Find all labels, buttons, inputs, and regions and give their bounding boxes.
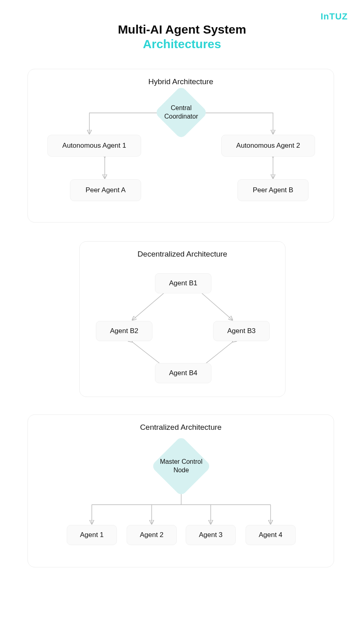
master-control-node: Master Control Node: [160, 445, 203, 488]
agent-3-label: Agent 3: [199, 531, 223, 539]
centralized-title: Centralized Architecture: [28, 423, 334, 432]
autonomous-agent-2-label: Autonomous Agent 2: [236, 141, 300, 150]
svg-line-3: [200, 292, 233, 320]
agent-4-label: Agent 4: [259, 531, 283, 539]
central-coordinator-label: Central Coordinator: [162, 104, 200, 121]
title-line1: Multi-AI Agent System: [0, 23, 364, 36]
agent-b4-label: Agent B4: [169, 369, 197, 378]
agent-2-label: Agent 2: [140, 531, 164, 539]
agent-b1-node: Agent B1: [155, 273, 212, 293]
autonomous-agent-2-node: Autonomous Agent 2: [221, 135, 315, 157]
agent-b3-label: Agent B3: [227, 327, 256, 335]
agent-1-node: Agent 1: [67, 525, 117, 545]
agent-3-node: Agent 3: [186, 525, 236, 545]
central-coordinator-node: Central Coordinator: [162, 93, 200, 132]
agent-2-node: Agent 2: [127, 525, 177, 545]
decentralized-panel: Decentralized Architecture Agent B1 Agen…: [79, 241, 286, 397]
decentralized-title: Decentralized Architecture: [80, 250, 285, 259]
hybrid-title: Hybrid Architecture: [28, 77, 334, 86]
brand-logo: InTUZ: [321, 11, 348, 22]
page-title: Multi-AI Agent System Architectures: [0, 0, 364, 51]
master-control-label: Master Control Node: [160, 458, 203, 475]
autonomous-agent-1-node: Autonomous Agent 1: [47, 135, 141, 157]
peer-agent-b-node: Peer Agent B: [237, 179, 309, 201]
agent-b1-label: Agent B1: [169, 279, 197, 288]
autonomous-agent-1-label: Autonomous Agent 1: [62, 141, 126, 150]
peer-agent-a-node: Peer Agent A: [70, 179, 141, 201]
agent-b3-node: Agent B3: [213, 321, 270, 341]
agent-b4-node: Agent B4: [155, 363, 212, 383]
agent-1-label: Agent 1: [80, 531, 104, 539]
svg-line-2: [132, 292, 165, 320]
title-line2: Architectures: [0, 37, 364, 51]
hybrid-panel: Hybrid Architecture Central Coordinator …: [28, 69, 334, 223]
centralized-panel: Centralized Architecture Master Control …: [28, 414, 334, 567]
agent-b2-label: Agent B2: [110, 327, 138, 335]
agent-b2-node: Agent B2: [96, 321, 152, 341]
peer-agent-b-label: Peer Agent B: [253, 186, 293, 195]
agent-4-node: Agent 4: [245, 525, 296, 545]
peer-agent-a-label: Peer Agent A: [85, 186, 125, 195]
